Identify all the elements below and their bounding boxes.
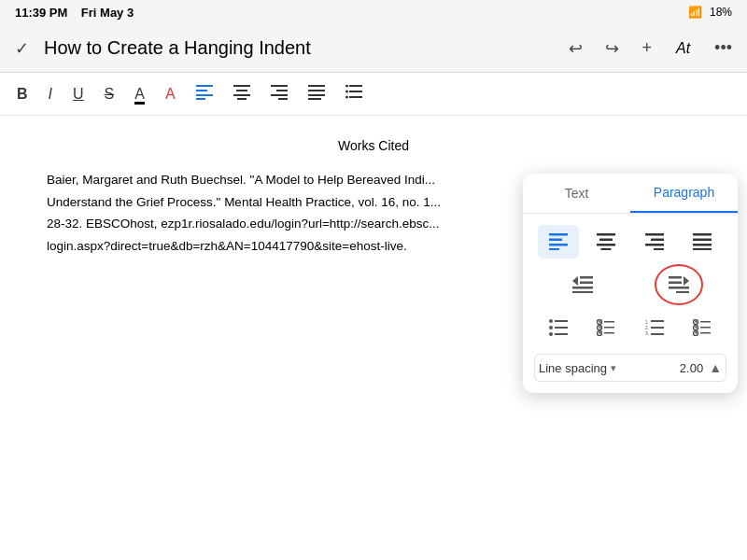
redo-button[interactable]: ↪ bbox=[601, 35, 623, 63]
ordered-list-icon: 1. 2. 3. bbox=[645, 319, 664, 336]
svg-point-16 bbox=[345, 85, 348, 88]
ordered-list-button[interactable]: 1. 2. 3. bbox=[634, 311, 675, 344]
svg-rect-69 bbox=[651, 327, 664, 329]
svg-rect-42 bbox=[572, 291, 593, 293]
svg-rect-41 bbox=[572, 287, 593, 289]
svg-rect-51 bbox=[555, 327, 568, 329]
svg-rect-12 bbox=[308, 85, 325, 87]
align-center-button[interactable] bbox=[228, 81, 256, 107]
list-clock2-icon bbox=[693, 319, 712, 336]
document-area[interactable]: Works Cited Baier, Margaret and Ruth Bue… bbox=[0, 116, 747, 560]
bold-button[interactable]: B bbox=[11, 82, 34, 106]
works-cited-heading: Works Cited bbox=[47, 134, 700, 158]
svg-rect-6 bbox=[233, 94, 250, 96]
svg-rect-0 bbox=[196, 85, 213, 87]
at-button[interactable]: At bbox=[670, 36, 696, 61]
tab-text[interactable]: Text bbox=[523, 174, 630, 213]
align-justify-icon bbox=[308, 85, 325, 100]
svg-rect-61 bbox=[604, 327, 614, 329]
popup-align-center[interactable] bbox=[585, 225, 627, 259]
svg-point-50 bbox=[549, 326, 553, 329]
more-button[interactable]: ••• bbox=[711, 35, 736, 62]
popup-align-justify-icon bbox=[693, 233, 712, 250]
format-toolbar: B I U S A A bbox=[0, 73, 747, 116]
popup-align-right-icon bbox=[645, 233, 664, 250]
svg-rect-17 bbox=[349, 85, 362, 87]
wifi-icon: 📶 bbox=[688, 6, 702, 19]
line-spacing-up-arrow[interactable]: ▲ bbox=[709, 360, 722, 375]
line-spacing-value: 2.00 bbox=[680, 361, 703, 375]
svg-rect-5 bbox=[236, 90, 247, 91]
svg-rect-79 bbox=[700, 327, 711, 329]
svg-rect-65 bbox=[604, 332, 614, 334]
popup-align-center-icon bbox=[597, 233, 615, 250]
toolbar-right-actions: ↩ ↪ + At ••• bbox=[565, 35, 736, 63]
popup-align-right[interactable] bbox=[634, 225, 675, 259]
svg-marker-38 bbox=[572, 276, 578, 286]
svg-rect-4 bbox=[233, 85, 250, 87]
checkmark-button[interactable]: ✓ bbox=[11, 35, 33, 63]
align-right-icon bbox=[271, 85, 288, 100]
svg-rect-7 bbox=[237, 98, 247, 100]
align-left-icon bbox=[196, 85, 213, 100]
line-spacing-controls: 2.00 ▲ bbox=[680, 360, 722, 375]
at-icon: At bbox=[676, 40, 690, 56]
svg-rect-43 bbox=[669, 276, 682, 279]
svg-rect-1 bbox=[196, 90, 207, 91]
paragraph-popup: Text Paragraph bbox=[523, 174, 738, 393]
svg-rect-25 bbox=[549, 248, 559, 250]
svg-rect-44 bbox=[669, 282, 682, 285]
unordered-list-button[interactable] bbox=[538, 311, 579, 344]
svg-rect-35 bbox=[693, 239, 712, 242]
svg-rect-46 bbox=[676, 291, 689, 293]
svg-rect-28 bbox=[597, 244, 615, 246]
italic-button[interactable]: I bbox=[43, 82, 58, 106]
popup-align-left-icon bbox=[549, 233, 568, 250]
alignment-row bbox=[534, 225, 726, 259]
align-right-button[interactable] bbox=[265, 81, 293, 107]
svg-rect-75 bbox=[700, 321, 711, 323]
svg-rect-8 bbox=[271, 85, 288, 87]
line-spacing-row[interactable]: Line spacing ▾ 2.00 ▲ bbox=[534, 354, 726, 382]
indent-decrease-icon bbox=[572, 276, 593, 293]
font-color-button[interactable]: A bbox=[129, 82, 150, 106]
svg-rect-29 bbox=[601, 248, 612, 250]
line-spacing-label: Line spacing ▾ bbox=[539, 361, 616, 375]
svg-rect-26 bbox=[597, 233, 615, 236]
list-button[interactable] bbox=[340, 81, 368, 107]
svg-rect-22 bbox=[549, 233, 568, 236]
svg-rect-49 bbox=[555, 320, 568, 322]
svg-marker-47 bbox=[684, 276, 689, 286]
svg-rect-30 bbox=[645, 233, 664, 236]
list-clock2-button[interactable] bbox=[682, 311, 723, 344]
add-button[interactable]: + bbox=[638, 35, 655, 62]
tab-paragraph[interactable]: Paragraph bbox=[630, 174, 738, 213]
svg-rect-53 bbox=[555, 333, 568, 335]
list-clock1-button[interactable] bbox=[585, 311, 627, 344]
popup-align-left[interactable] bbox=[538, 225, 579, 259]
svg-rect-67 bbox=[651, 320, 664, 322]
svg-rect-32 bbox=[645, 244, 664, 246]
svg-rect-37 bbox=[693, 248, 712, 250]
svg-rect-39 bbox=[580, 276, 593, 279]
popup-align-justify[interactable] bbox=[682, 225, 723, 259]
plus-icon: + bbox=[641, 38, 652, 57]
more-icon: ••• bbox=[714, 38, 732, 57]
svg-rect-34 bbox=[693, 233, 712, 236]
indent-decrease-button[interactable] bbox=[562, 268, 603, 301]
svg-rect-13 bbox=[308, 90, 325, 91]
undo-button[interactable]: ↩ bbox=[565, 35, 586, 63]
indent-increase-hanging-button[interactable] bbox=[658, 268, 699, 301]
align-left-button[interactable] bbox=[190, 81, 218, 107]
svg-rect-23 bbox=[549, 239, 562, 242]
svg-rect-45 bbox=[669, 287, 689, 289]
svg-rect-71 bbox=[651, 333, 664, 335]
svg-rect-19 bbox=[349, 91, 362, 92]
strikethrough-button[interactable]: S bbox=[99, 82, 120, 106]
underline-button[interactable]: U bbox=[67, 82, 90, 106]
indent-row bbox=[534, 268, 726, 301]
top-toolbar: ✓ How to Create a Hanging Indent ↩ ↪ + A… bbox=[0, 24, 747, 73]
svg-rect-11 bbox=[278, 98, 288, 100]
highlight-button[interactable]: A bbox=[160, 82, 181, 106]
align-justify-button[interactable] bbox=[303, 81, 331, 107]
